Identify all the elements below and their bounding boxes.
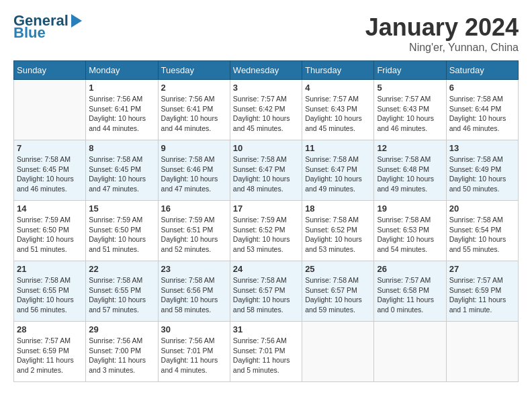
day-info: Sunrise: 7:57 AMSunset: 6:59 PMDaylight:…: [17, 336, 83, 375]
day-number: 12: [377, 143, 443, 153]
calendar-cell: [302, 322, 374, 382]
day-info: Sunrise: 7:58 AMSunset: 6:57 PMDaylight:…: [305, 275, 371, 315]
calendar-cell: 25Sunrise: 7:58 AMSunset: 6:57 PMDayligh…: [302, 261, 374, 322]
calendar-cell: 2Sunrise: 7:56 AMSunset: 6:41 PMDaylight…: [158, 80, 230, 140]
calendar-week-row: 7Sunrise: 7:58 AMSunset: 6:45 PMDaylight…: [14, 140, 519, 201]
calendar-header-wednesday: Wednesday: [230, 61, 302, 80]
calendar-cell: [446, 322, 518, 382]
calendar-cell: 29Sunrise: 7:56 AMSunset: 7:00 PMDayligh…: [86, 322, 158, 382]
day-info: Sunrise: 7:59 AMSunset: 6:51 PMDaylight:…: [161, 215, 227, 255]
calendar-cell: 30Sunrise: 7:56 AMSunset: 7:01 PMDayligh…: [158, 322, 230, 382]
day-info: Sunrise: 7:58 AMSunset: 6:44 PMDaylight:…: [449, 94, 515, 134]
calendar-cell: 1Sunrise: 7:56 AMSunset: 6:41 PMDaylight…: [86, 80, 158, 140]
day-info: Sunrise: 7:56 AMSunset: 7:00 PMDaylight:…: [89, 336, 154, 375]
day-number: 21: [17, 264, 83, 274]
calendar-week-row: 28Sunrise: 7:57 AMSunset: 6:59 PMDayligh…: [14, 322, 519, 382]
calendar-cell: 8Sunrise: 7:58 AMSunset: 6:45 PMDaylight…: [86, 140, 158, 201]
calendar-week-row: 1Sunrise: 7:56 AMSunset: 6:41 PMDaylight…: [14, 80, 519, 140]
day-number: 13: [449, 143, 515, 153]
day-info: Sunrise: 7:57 AMSunset: 6:58 PMDaylight:…: [377, 275, 443, 315]
day-number: 30: [161, 324, 227, 334]
day-number: 24: [233, 264, 299, 274]
calendar-header-tuesday: Tuesday: [158, 61, 230, 80]
calendar-cell: 4Sunrise: 7:57 AMSunset: 6:43 PMDaylight…: [302, 80, 374, 140]
calendar-cell: 11Sunrise: 7:58 AMSunset: 6:47 PMDayligh…: [302, 140, 374, 201]
calendar-cell: 27Sunrise: 7:57 AMSunset: 6:59 PMDayligh…: [446, 261, 518, 322]
day-number: 22: [89, 264, 154, 274]
day-info: Sunrise: 7:58 AMSunset: 6:56 PMDaylight:…: [161, 275, 227, 315]
calendar-cell: 12Sunrise: 7:58 AMSunset: 6:48 PMDayligh…: [374, 140, 446, 201]
calendar-cell: [374, 322, 446, 382]
logo-arrow-icon: [71, 14, 82, 28]
calendar-cell: 6Sunrise: 7:58 AMSunset: 6:44 PMDaylight…: [446, 80, 518, 140]
calendar-cell: 24Sunrise: 7:58 AMSunset: 6:57 PMDayligh…: [230, 261, 302, 322]
day-number: 7: [17, 143, 83, 153]
day-number: 26: [377, 264, 443, 274]
day-number: 14: [17, 203, 83, 214]
calendar-header-saturday: Saturday: [446, 61, 518, 80]
calendar-cell: 5Sunrise: 7:57 AMSunset: 6:43 PMDaylight…: [374, 80, 446, 140]
calendar-cell: 28Sunrise: 7:57 AMSunset: 6:59 PMDayligh…: [14, 322, 86, 382]
day-info: Sunrise: 7:59 AMSunset: 6:50 PMDaylight:…: [17, 215, 83, 255]
day-info: Sunrise: 7:58 AMSunset: 6:48 PMDaylight:…: [377, 154, 443, 194]
calendar-cell: [14, 80, 86, 140]
day-number: 11: [305, 143, 371, 153]
day-number: 1: [89, 83, 154, 93]
day-number: 16: [161, 203, 227, 214]
calendar-cell: 22Sunrise: 7:58 AMSunset: 6:55 PMDayligh…: [86, 261, 158, 322]
day-info: Sunrise: 7:58 AMSunset: 6:46 PMDaylight:…: [161, 154, 227, 194]
day-info: Sunrise: 7:58 AMSunset: 6:45 PMDaylight:…: [89, 154, 154, 194]
day-info: Sunrise: 7:58 AMSunset: 6:49 PMDaylight:…: [449, 154, 515, 194]
calendar-week-row: 14Sunrise: 7:59 AMSunset: 6:50 PMDayligh…: [14, 201, 519, 261]
day-number: 10: [233, 143, 299, 153]
day-number: 31: [233, 324, 299, 334]
day-number: 9: [161, 143, 227, 153]
day-number: 6: [449, 83, 515, 93]
calendar-cell: 10Sunrise: 7:58 AMSunset: 6:47 PMDayligh…: [230, 140, 302, 201]
calendar-cell: 14Sunrise: 7:59 AMSunset: 6:50 PMDayligh…: [14, 201, 86, 261]
calendar-cell: 19Sunrise: 7:58 AMSunset: 6:53 PMDayligh…: [374, 201, 446, 261]
day-info: Sunrise: 7:57 AMSunset: 6:43 PMDaylight:…: [377, 94, 443, 134]
day-number: 4: [305, 83, 371, 93]
logo-blue: Blue: [13, 26, 46, 40]
calendar-cell: 20Sunrise: 7:58 AMSunset: 6:54 PMDayligh…: [446, 201, 518, 261]
calendar-week-row: 21Sunrise: 7:58 AMSunset: 6:55 PMDayligh…: [14, 261, 519, 322]
calendar-cell: 15Sunrise: 7:59 AMSunset: 6:50 PMDayligh…: [86, 201, 158, 261]
day-info: Sunrise: 7:59 AMSunset: 6:50 PMDaylight:…: [89, 215, 154, 255]
day-info: Sunrise: 7:58 AMSunset: 6:54 PMDaylight:…: [449, 215, 515, 255]
day-number: 28: [17, 324, 83, 334]
calendar-cell: 26Sunrise: 7:57 AMSunset: 6:58 PMDayligh…: [374, 261, 446, 322]
day-number: 15: [89, 203, 154, 214]
calendar-cell: 9Sunrise: 7:58 AMSunset: 6:46 PMDaylight…: [158, 140, 230, 201]
day-info: Sunrise: 7:57 AMSunset: 6:42 PMDaylight:…: [233, 94, 299, 134]
page-header: General Blue January 2024 Ning'er, Yunna…: [13, 13, 519, 54]
day-info: Sunrise: 7:58 AMSunset: 6:52 PMDaylight:…: [305, 215, 371, 255]
month-title: January 2024: [365, 13, 519, 42]
day-number: 18: [305, 203, 371, 214]
day-number: 5: [377, 83, 443, 93]
day-info: Sunrise: 7:58 AMSunset: 6:53 PMDaylight:…: [377, 215, 443, 255]
calendar-header-friday: Friday: [374, 61, 446, 80]
day-number: 20: [449, 203, 515, 214]
calendar-cell: 31Sunrise: 7:56 AMSunset: 7:01 PMDayligh…: [230, 322, 302, 382]
calendar-cell: 17Sunrise: 7:59 AMSunset: 6:52 PMDayligh…: [230, 201, 302, 261]
day-info: Sunrise: 7:56 AMSunset: 6:41 PMDaylight:…: [161, 94, 227, 134]
calendar-header-sunday: Sunday: [14, 61, 86, 80]
logo: General Blue: [13, 13, 82, 40]
day-number: 23: [161, 264, 227, 274]
calendar-cell: 16Sunrise: 7:59 AMSunset: 6:51 PMDayligh…: [158, 201, 230, 261]
calendar-header-monday: Monday: [86, 61, 158, 80]
day-info: Sunrise: 7:58 AMSunset: 6:45 PMDaylight:…: [17, 154, 83, 194]
day-info: Sunrise: 7:56 AMSunset: 6:41 PMDaylight:…: [89, 94, 154, 134]
day-number: 27: [449, 264, 515, 274]
location-title: Ning'er, Yunnan, China: [365, 42, 519, 54]
day-info: Sunrise: 7:58 AMSunset: 6:55 PMDaylight:…: [89, 275, 154, 315]
day-info: Sunrise: 7:58 AMSunset: 6:47 PMDaylight:…: [233, 154, 299, 194]
calendar-cell: 23Sunrise: 7:58 AMSunset: 6:56 PMDayligh…: [158, 261, 230, 322]
day-number: 25: [305, 264, 371, 274]
day-number: 19: [377, 203, 443, 214]
calendar-cell: 3Sunrise: 7:57 AMSunset: 6:42 PMDaylight…: [230, 80, 302, 140]
day-info: Sunrise: 7:57 AMSunset: 6:43 PMDaylight:…: [305, 94, 371, 134]
day-info: Sunrise: 7:56 AMSunset: 7:01 PMDaylight:…: [161, 336, 227, 375]
day-info: Sunrise: 7:56 AMSunset: 7:01 PMDaylight:…: [233, 336, 299, 375]
